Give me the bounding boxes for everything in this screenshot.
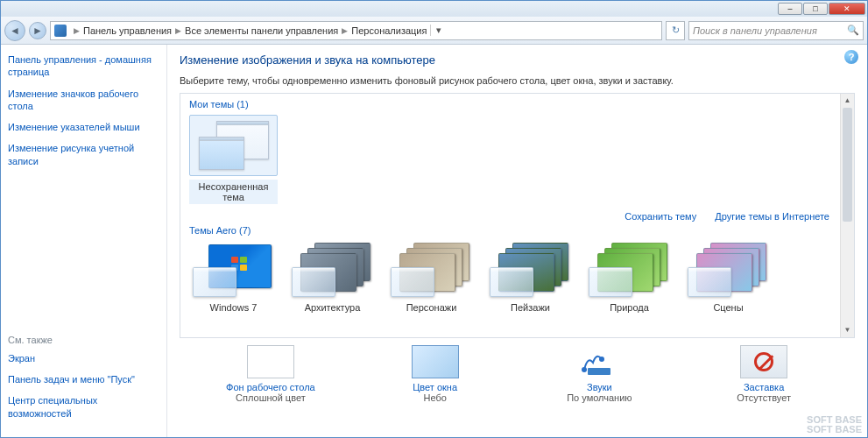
themes-panel: ▲ ▼ Мои темы (1) Несохраненная тема Сохр… <box>180 93 855 338</box>
theme-thumbnail <box>486 241 575 302</box>
window-color-icon <box>412 345 459 378</box>
maximize-button[interactable]: □ <box>803 3 828 15</box>
theme-thumbnail <box>684 241 773 302</box>
breadcrumb-bar[interactable]: ▶ Панель управления ▶ Все элементы панел… <box>50 21 662 40</box>
theme-thumbnail <box>189 241 278 302</box>
theme-label: Персонажи <box>387 302 476 313</box>
content-pane: ? Изменение изображения и звука на компь… <box>167 45 867 437</box>
search-icon: 🔍 <box>847 25 859 36</box>
search-input[interactable]: Поиск в панели управления 🔍 <box>688 21 864 40</box>
scrollbar[interactable]: ▲ ▼ <box>840 94 854 337</box>
theme-label: Windows 7 <box>189 302 278 313</box>
theme-item-architecture[interactable]: Архитектура <box>288 241 377 313</box>
theme-label: Архитектура <box>288 302 377 313</box>
scroll-up-button[interactable]: ▲ <box>841 94 854 108</box>
theme-label: Несохраненная тема <box>189 180 278 204</box>
refresh-button[interactable]: ↻ <box>666 21 685 40</box>
option-title: Заставка <box>702 382 825 392</box>
search-placeholder: Поиск в панели управления <box>693 25 817 36</box>
forward-button[interactable]: ► <box>29 22 46 39</box>
theme-actions: Сохранить тему Другие темы в Интернете <box>189 211 829 222</box>
address-toolbar: ◄ ► ▶ Панель управления ▶ Все элементы п… <box>1 17 867 45</box>
option-subtitle: Отсутствует <box>702 392 825 403</box>
scroll-thumb[interactable] <box>843 108 852 222</box>
control-panel-icon <box>54 25 67 37</box>
sidebar: Панель управления - домашняя страница Из… <box>1 45 167 437</box>
personalization-options: Фон рабочего стола Сплошной цвет Цвет ок… <box>180 338 855 403</box>
theme-label: Пейзажи <box>486 302 575 313</box>
minimize-button[interactable]: – <box>778 3 802 15</box>
sidebar-link-account-picture[interactable]: Изменение рисунка учетной записи <box>8 142 159 167</box>
option-screensaver[interactable]: Заставка Отсутствует <box>702 345 825 403</box>
watermark: SOFT BASE SOFT BASE <box>807 415 862 435</box>
breadcrumb-item[interactable]: Персонализация <box>351 25 427 36</box>
svg-point-1 <box>599 357 604 362</box>
option-sounds[interactable]: Звуки По умолчанию <box>538 345 660 403</box>
theme-item-characters[interactable]: Персонажи <box>387 241 476 313</box>
chevron-right-icon: ▶ <box>342 26 348 35</box>
option-subtitle: По умолчанию <box>538 392 660 403</box>
chevron-right-icon: ▶ <box>175 26 181 35</box>
theme-item-scenes[interactable]: Сцены <box>684 241 773 313</box>
sidebar-link-home[interactable]: Панель управления - домашняя страница <box>8 53 159 79</box>
theme-thumbnail <box>585 241 674 302</box>
aero-themes-heading: Темы Aero (7) <box>189 225 845 236</box>
scroll-down-button[interactable]: ▼ <box>841 323 854 337</box>
theme-thumbnail <box>288 241 377 302</box>
my-themes-heading: Мои темы (1) <box>189 99 845 110</box>
option-title: Цвет окна <box>374 382 497 392</box>
sidebar-link-desktop-icons[interactable]: Изменение значков рабочего стола <box>8 88 159 113</box>
sidebar-link-taskbar[interactable]: Панель задач и меню "Пуск" <box>8 373 159 385</box>
help-icon[interactable]: ? <box>844 50 858 64</box>
close-button[interactable]: ✕ <box>829 3 865 15</box>
option-subtitle: Сплошной цвет <box>209 392 332 403</box>
theme-item-windows7[interactable]: Windows 7 <box>189 241 278 313</box>
back-button[interactable]: ◄ <box>4 20 25 41</box>
theme-label: Сцены <box>684 302 773 313</box>
option-title: Звуки <box>538 382 660 392</box>
page-title: Изменение изображения и звука на компьют… <box>180 53 855 67</box>
option-window-color[interactable]: Цвет окна Небо <box>374 345 497 403</box>
svg-rect-2 <box>588 368 610 375</box>
save-theme-link[interactable]: Сохранить тему <box>625 211 696 222</box>
theme-thumbnail <box>189 115 278 176</box>
theme-item-unsaved[interactable]: Несохраненная тема <box>189 115 278 204</box>
address-dropdown[interactable]: ▾ <box>430 25 446 36</box>
sidebar-link-ease-of-access[interactable]: Центр специальных возможностей <box>8 394 159 420</box>
theme-label: Природа <box>585 302 674 313</box>
page-description: Выберите тему, чтобы одновременно измени… <box>180 75 855 86</box>
sounds-icon <box>575 345 623 378</box>
sidebar-link-display[interactable]: Экран <box>8 352 159 364</box>
screensaver-icon <box>740 345 787 378</box>
desktop-background-icon <box>247 345 294 378</box>
chevron-right-icon: ▶ <box>74 26 80 35</box>
breadcrumb-item[interactable]: Панель управления <box>83 25 172 36</box>
theme-item-landscapes[interactable]: Пейзажи <box>486 241 575 313</box>
option-subtitle: Небо <box>374 392 497 403</box>
see-also-heading: См. также <box>8 335 159 345</box>
svg-point-0 <box>582 367 587 372</box>
sidebar-link-mouse-pointers[interactable]: Изменение указателей мыши <box>8 121 159 133</box>
theme-item-nature[interactable]: Природа <box>585 241 674 313</box>
window-titlebar: – □ ✕ <box>1 1 867 17</box>
other-themes-link[interactable]: Другие темы в Интернете <box>715 211 829 222</box>
theme-thumbnail <box>387 241 476 302</box>
option-desktop-background[interactable]: Фон рабочего стола Сплошной цвет <box>209 345 332 403</box>
breadcrumb-item[interactable]: Все элементы панели управления <box>185 25 338 36</box>
option-title: Фон рабочего стола <box>209 382 332 392</box>
